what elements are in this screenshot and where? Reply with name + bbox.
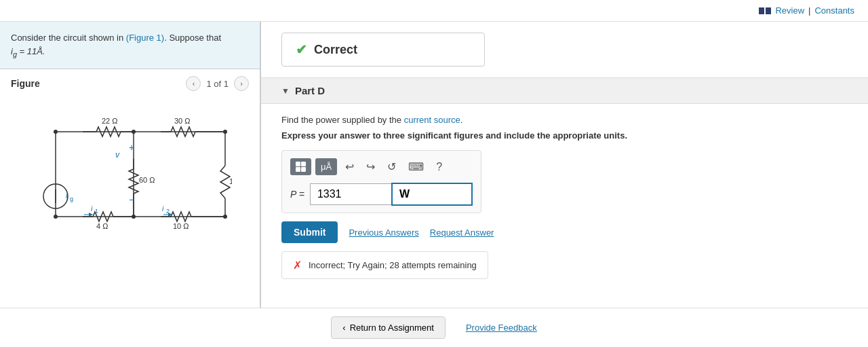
- svg-point-35: [132, 130, 136, 134]
- svg-point-38: [54, 215, 58, 219]
- problem-text-intro: Consider the circuit shown in: [11, 33, 126, 43]
- error-label: Incorrect; Try Again; 28 attempts remain…: [309, 260, 477, 270]
- separator: |: [808, 5, 810, 16]
- redo-button[interactable]: ↪: [362, 158, 379, 176]
- part-d-body: Find the power supplied by the current s…: [261, 104, 868, 290]
- error-banner: ✗ Incorrect; Try Again; 28 attempts rema…: [281, 251, 488, 279]
- circuit-diagram: i g 1 Ω 22 Ω: [11, 98, 249, 234]
- check-icon: ✔: [296, 41, 307, 58]
- svg-text:1 Ω: 1 Ω: [229, 177, 232, 185]
- constants-link[interactable]: Constants: [814, 5, 854, 16]
- part-d-section: ▼ Part D Find the power supplied by the …: [261, 77, 868, 290]
- svg-text:4 Ω: 4 Ω: [96, 222, 108, 230]
- svg-text:22 Ω: 22 Ω: [102, 117, 118, 125]
- figure-section: Figure ‹ 1 of 1 › i: [0, 69, 260, 342]
- previous-answers-button[interactable]: Previous Answers: [349, 227, 418, 238]
- return-label: Return to Assignment: [350, 323, 434, 333]
- svg-point-36: [132, 215, 136, 219]
- left-panel: Consider the circuit shown in (Figure 1)…: [0, 22, 261, 342]
- svg-text:i: i: [91, 204, 93, 213]
- svg-text:30 Ω: 30 Ω: [174, 117, 191, 125]
- part-d-label: Part D: [295, 85, 325, 96]
- math-expression: ig = 11Å.: [11, 46, 45, 56]
- problem-text: Consider the circuit shown in (Figure 1)…: [0, 22, 260, 69]
- svg-text:i: i: [162, 204, 164, 213]
- part-d-bold-instruction: Express your answer to three significant…: [281, 130, 848, 141]
- figure-count: 1 of 1: [206, 79, 229, 89]
- unit-button[interactable]: μÅ: [315, 158, 337, 175]
- svg-point-40: [223, 215, 227, 219]
- part-d-header: ▼ Part D: [261, 77, 868, 104]
- answer-box: μÅ ↩ ↪ ↺ ⌨ ? P =: [281, 150, 481, 213]
- svg-point-39: [223, 130, 227, 134]
- circuit-svg: i g 1 Ω 22 Ω: [28, 98, 232, 234]
- svg-text:−: −: [129, 194, 134, 205]
- correct-banner: ✔ Correct: [281, 33, 485, 67]
- svg-text:2: 2: [166, 208, 170, 215]
- svg-text:v: v: [115, 150, 120, 160]
- main-layout: Consider the circuit shown in (Figure 1)…: [0, 22, 868, 342]
- grid-icon: [296, 162, 306, 172]
- unit-input[interactable]: [391, 183, 473, 206]
- keyboard-button[interactable]: ⌨: [404, 158, 428, 176]
- submit-button[interactable]: Submit: [281, 221, 338, 243]
- input-row: P =: [290, 183, 473, 206]
- return-chevron-icon: ‹: [342, 323, 345, 333]
- svg-text:60 Ω: 60 Ω: [139, 176, 155, 184]
- bottom-bar: ‹ Return to Assignment Provide Feedback: [0, 308, 868, 347]
- input-label: P =: [290, 189, 304, 200]
- svg-text:10 Ω: 10 Ω: [173, 222, 189, 230]
- figure-header: Figure ‹ 1 of 1 ›: [11, 76, 249, 91]
- grid-button[interactable]: [290, 158, 311, 175]
- svg-text:i: i: [66, 191, 68, 200]
- review-icon: [759, 7, 771, 14]
- error-icon: ✗: [293, 259, 302, 272]
- provide-feedback-button[interactable]: Provide Feedback: [466, 323, 537, 333]
- problem-text-mid: . Suppose that: [164, 33, 221, 43]
- svg-text:+: +: [129, 142, 134, 153]
- prev-figure-button[interactable]: ‹: [186, 76, 201, 91]
- part-d-arrow: ▼: [281, 86, 290, 96]
- svg-text:g: g: [70, 196, 73, 202]
- top-bar: Review | Constants: [0, 0, 868, 22]
- return-to-assignment-button[interactable]: ‹ Return to Assignment: [331, 316, 446, 339]
- figure-title: Figure: [11, 78, 40, 89]
- request-answer-button[interactable]: Request Answer: [430, 227, 494, 238]
- refresh-button[interactable]: ↺: [383, 158, 400, 176]
- review-link[interactable]: Review: [775, 5, 804, 16]
- top-bar-links: Review | Constants: [759, 5, 854, 16]
- current-source-link[interactable]: current source: [404, 115, 460, 125]
- part-d-instruction: Find the power supplied by the current s…: [281, 115, 848, 125]
- action-row: Submit Previous Answers Request Answer: [281, 221, 848, 243]
- toolbar: μÅ ↩ ↪ ↺ ⌨ ?: [290, 158, 473, 176]
- right-panel: ✔ Correct ▼ Part D Find the power suppli…: [261, 22, 868, 342]
- next-figure-button[interactable]: ›: [234, 76, 249, 91]
- correct-label: Correct: [314, 43, 357, 57]
- undo-button[interactable]: ↩: [341, 158, 358, 176]
- answer-input[interactable]: [310, 183, 391, 205]
- help-button[interactable]: ?: [432, 158, 446, 176]
- svg-point-37: [54, 130, 58, 134]
- figure-nav: ‹ 1 of 1 ›: [186, 76, 249, 91]
- figure-link[interactable]: (Figure 1): [126, 33, 164, 43]
- svg-text:1: 1: [95, 208, 98, 215]
